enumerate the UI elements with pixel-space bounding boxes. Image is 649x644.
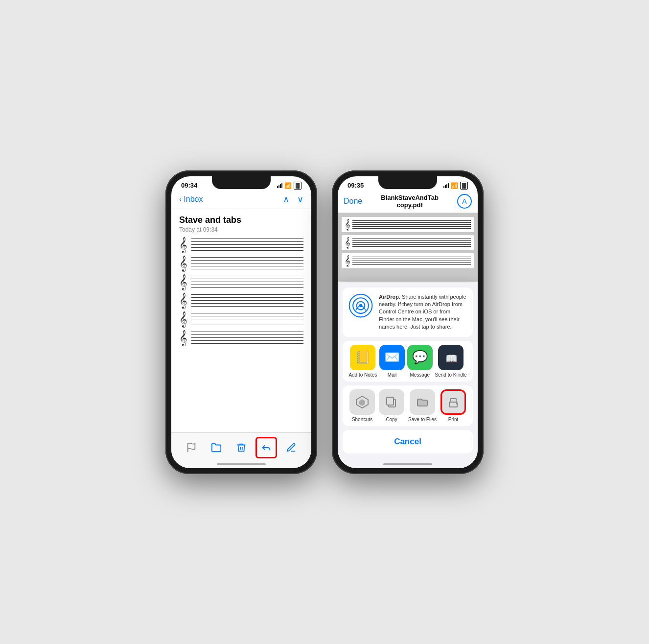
pdf-line bbox=[352, 244, 471, 245]
treble-clef-2: 𝄞 bbox=[179, 257, 187, 270]
status-time-2: 09:35 bbox=[348, 182, 364, 189]
share-actions-row: Shortcuts Copy Save to Files bbox=[343, 385, 473, 426]
pdf-lines-3 bbox=[352, 257, 471, 265]
airdrop-icon bbox=[348, 293, 373, 318]
pdf-line bbox=[352, 239, 471, 239]
wifi-icon-2: 📶 bbox=[451, 182, 458, 189]
share-app-notes[interactable]: 📒 Add to Notes bbox=[348, 345, 377, 378]
cancel-button[interactable]: Cancel bbox=[343, 430, 473, 453]
email-date: Today at 09:34 bbox=[179, 226, 303, 233]
shortcuts-label: Shortcuts bbox=[352, 417, 372, 422]
save-to-files-action[interactable]: Save to Files bbox=[408, 389, 437, 422]
reply-button[interactable] bbox=[255, 437, 277, 458]
treble-clef-6: 𝄞 bbox=[179, 331, 187, 345]
line bbox=[191, 313, 303, 313]
battery-icon-1: ▓ bbox=[294, 182, 301, 190]
line bbox=[191, 343, 303, 344]
share-app-kindle[interactable]: 📖 Send to Kindle bbox=[435, 345, 467, 378]
print-label: Print bbox=[448, 417, 459, 422]
pdf-line bbox=[352, 222, 471, 223]
trash-button[interactable] bbox=[231, 437, 252, 458]
airdrop-description: AirDrop. Share instantly with people nea… bbox=[379, 293, 467, 331]
line bbox=[191, 297, 303, 298]
status-time-1: 09:34 bbox=[181, 182, 197, 189]
pdf-lines-2 bbox=[352, 239, 471, 247]
annotate-button[interactable]: A bbox=[457, 194, 472, 209]
print-action[interactable]: Print bbox=[440, 389, 466, 422]
airdrop-title: AirDrop. bbox=[379, 294, 400, 300]
line bbox=[191, 263, 303, 263]
share-sheet: AirDrop. Share instantly with people nea… bbox=[338, 283, 478, 468]
stave-6: 𝄞 bbox=[179, 331, 303, 345]
pdf-treble-2: 𝄞 bbox=[345, 237, 350, 248]
line bbox=[191, 282, 303, 282]
stave-5: 𝄞 bbox=[179, 312, 303, 326]
done-button[interactable]: Done bbox=[344, 197, 362, 206]
share-app-mail[interactable]: ✉️ Mail bbox=[379, 345, 405, 378]
down-arrow-button[interactable]: ∨ bbox=[297, 194, 303, 205]
copy-action[interactable]: Copy bbox=[379, 389, 404, 422]
stave-4: 𝄞 bbox=[179, 294, 303, 308]
pdf-line bbox=[352, 226, 471, 227]
line bbox=[191, 303, 303, 304]
shortcuts-icon bbox=[349, 389, 375, 415]
line bbox=[191, 325, 303, 325]
pdf-stave-1: 𝄞 bbox=[342, 217, 474, 232]
pdf-lines-1 bbox=[352, 220, 471, 229]
notch-2 bbox=[378, 176, 437, 189]
mail-content: Stave and tabs Today at 09:34 𝄞 𝄞 bbox=[171, 209, 311, 356]
pdf-line bbox=[352, 246, 471, 247]
line bbox=[191, 266, 303, 266]
mail-nav: ‹ Inbox ∧ ∨ bbox=[171, 192, 311, 209]
line bbox=[191, 316, 303, 316]
status-icons-1: 📶 ▓ bbox=[277, 182, 301, 190]
svg-marker-8 bbox=[359, 399, 365, 406]
mail-label: Mail bbox=[388, 372, 396, 378]
flag-button[interactable] bbox=[181, 437, 202, 458]
folder-button[interactable] bbox=[206, 437, 227, 458]
compose-button[interactable] bbox=[280, 437, 302, 458]
line bbox=[191, 239, 303, 239]
line bbox=[191, 340, 303, 341]
treble-clef-5: 𝄞 bbox=[179, 312, 187, 326]
signal-icon-2 bbox=[443, 183, 449, 188]
stave-lines-5 bbox=[191, 313, 303, 325]
line bbox=[191, 294, 303, 295]
stave-1: 𝄞 bbox=[179, 238, 303, 252]
stave-lines-6 bbox=[191, 332, 303, 344]
line bbox=[191, 332, 303, 332]
stave-lines-3 bbox=[191, 276, 303, 288]
pdf-title: BlankStaveAndTab copy.pdf bbox=[367, 194, 452, 209]
share-app-messages[interactable]: 💬 Message bbox=[407, 345, 433, 378]
pdf-line bbox=[352, 262, 471, 263]
line bbox=[191, 337, 303, 338]
line bbox=[191, 269, 303, 269]
line bbox=[191, 285, 303, 285]
pdf-line bbox=[352, 228, 471, 229]
pdf-line bbox=[352, 220, 471, 221]
copy-icon bbox=[379, 389, 404, 415]
treble-clef-4: 𝄞 bbox=[179, 294, 187, 308]
pdf-line bbox=[352, 224, 471, 225]
pdf-line bbox=[352, 240, 471, 241]
print-icon bbox=[440, 389, 466, 415]
up-arrow-button[interactable]: ∧ bbox=[283, 194, 289, 205]
pdf-line bbox=[352, 242, 471, 243]
nav-arrows: ∧ ∨ bbox=[283, 194, 303, 205]
svg-text:📖: 📖 bbox=[445, 353, 458, 364]
line bbox=[191, 334, 303, 335]
pdf-line bbox=[352, 259, 471, 259]
line bbox=[191, 257, 303, 258]
treble-clef-1: 𝄞 bbox=[179, 238, 187, 252]
line bbox=[191, 306, 303, 307]
pdf-line bbox=[352, 261, 471, 261]
shortcuts-action[interactable]: Shortcuts bbox=[349, 389, 375, 422]
svg-rect-12 bbox=[451, 404, 456, 406]
inbox-back-button[interactable]: ‹ Inbox bbox=[179, 195, 203, 204]
line bbox=[191, 287, 303, 288]
svg-point-13 bbox=[456, 403, 457, 404]
notes-label: Add to Notes bbox=[348, 372, 377, 378]
line bbox=[191, 319, 303, 319]
phone-1: 09:34 📶 ▓ ‹ Inbox ∧ ∨ bbox=[165, 170, 317, 474]
annotate-icon: A bbox=[462, 197, 466, 205]
